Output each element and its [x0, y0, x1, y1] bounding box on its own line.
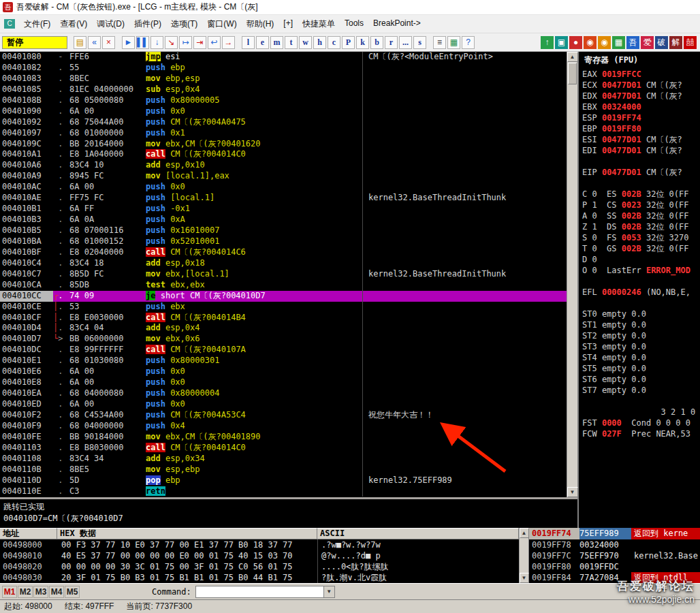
close-button[interactable]: ×	[102, 36, 115, 49]
letter-button-P[interactable]: P	[342, 36, 355, 49]
disasm-row[interactable]: 004010B5 .68 07000116push 0x16010007	[0, 225, 567, 236]
stack-row[interactable]: 0019FF8477A27084返回到 ntdll	[529, 572, 700, 583]
52pojie-button-4[interactable]: 解	[669, 36, 682, 49]
scroll-up-icon[interactable]: ▲	[520, 528, 529, 538]
restart-button[interactable]: «	[88, 36, 101, 49]
dump-row[interactable]: 0049801040 E5 37 77 00 00 00 00 E0 00 01…	[0, 550, 519, 561]
mascot-button[interactable]: 囍	[684, 36, 697, 49]
dump-header-hex[interactable]: HEX 数据	[57, 528, 317, 539]
open-file-button[interactable]: ▤	[74, 36, 86, 49]
menu-item-3[interactable]: 调试(D)	[92, 16, 129, 33]
step-over-button[interactable]: ↘	[165, 36, 178, 49]
menu-item-2[interactable]: 查看(V)	[55, 16, 92, 33]
menu-item-4[interactable]: 插件(P)	[129, 16, 166, 33]
register-line[interactable]: EBX 00324000	[579, 101, 700, 112]
disasm-row[interactable]: 004010EA .68 04000080push 0x80000004	[0, 388, 567, 399]
scroll-down-icon[interactable]: ▼	[567, 487, 578, 497]
register-line[interactable]	[579, 178, 700, 189]
letter-button-w[interactable]: w	[299, 36, 312, 49]
disasm-row[interactable]: 004010AC .6A 00push 0x0	[0, 182, 567, 193]
52pojie-button-1[interactable]: 吾	[626, 36, 639, 49]
dump-header-address[interactable]: 地址	[0, 528, 57, 539]
dump-row[interactable]: 0049802000 00 00 00 30 3C 01 75 00 3F 01…	[0, 561, 519, 572]
register-line[interactable]: ST1 empty 0.0	[579, 319, 700, 330]
register-line[interactable]: EAX 0019FFCC	[579, 69, 700, 80]
disasm-row[interactable]: 004010CE│.53push ebx	[0, 302, 567, 313]
dump-row[interactable]: 0049800000 F3 37 77 10 E0 37 77 00 E1 37…	[0, 539, 519, 550]
register-line[interactable]: S 0 FS 0053 32位 3270	[579, 232, 700, 243]
letter-button-b[interactable]: b	[370, 36, 383, 49]
scroll-up-icon[interactable]: ▲	[567, 52, 578, 62]
letter-button-k[interactable]: k	[356, 36, 369, 49]
command-input[interactable]	[196, 586, 323, 597]
menu-item-9[interactable]: 快捷菜单	[298, 16, 340, 33]
plugin-button-5[interactable]: ▦	[612, 36, 625, 49]
register-line[interactable]: O 0 LastErr ERROR_MOD	[579, 265, 700, 276]
disasm-row[interactable]: 004010E6 .6A 00push 0x0	[0, 366, 567, 377]
52pojie-button-2[interactable]: 爱	[641, 36, 654, 49]
register-line[interactable]	[579, 396, 700, 407]
letter-button-l[interactable]: l	[242, 36, 255, 49]
plugin-button-2[interactable]: ●	[569, 36, 582, 49]
update-button[interactable]: ↑	[541, 36, 554, 49]
disasm-row[interactable]: 00401092 .68 75044A00push CM〔(灰?004A0475	[0, 117, 567, 128]
disasm-row[interactable]: 00401085 .81EC 04000000sub esp,0x4	[0, 84, 567, 95]
dump-header-ascii[interactable]: ASCII	[317, 528, 519, 539]
disasm-row[interactable]: 004010DC .E8 99FFFFFFcall CM〔(灰?0040107A	[0, 345, 567, 356]
letter-button-r[interactable]: r	[385, 36, 398, 49]
disasm-row[interactable]: 004010CC┌.74 09je short CM〔(灰?004010D7	[0, 291, 567, 302]
52pojie-button-3[interactable]: 破	[655, 36, 668, 49]
disasm-row[interactable]: 004010D7└>BB 06000000mov ebx,0x6	[0, 334, 567, 345]
register-line[interactable]: ST3 empty 0.0	[579, 341, 700, 352]
command-tab-m3[interactable]: M3	[33, 586, 48, 598]
menu-item-10[interactable]: Tools	[340, 16, 368, 33]
register-line[interactable]	[579, 156, 700, 167]
menu-item-7[interactable]: 帮助(H)	[242, 16, 279, 33]
disasm-row[interactable]: 0040108B .68 05000080push 0x80000005	[0, 95, 567, 106]
register-line[interactable]: ST2 empty 0.0	[579, 330, 700, 341]
scroll-down-icon[interactable]: ▼	[520, 573, 529, 583]
register-line[interactable]: ST7 empty 0.0	[579, 385, 700, 396]
register-line[interactable]	[579, 276, 700, 287]
disasm-row[interactable]: 00401082 .55push ebp	[0, 63, 567, 74]
register-line[interactable]: FST 0000 Cond 0 0 0 0	[579, 418, 700, 428]
disasm-row[interactable]: 004010E8 .6A 00push 0x0	[0, 377, 567, 388]
command-tab-m5[interactable]: M5	[65, 586, 80, 598]
trace-into-button[interactable]: ↦	[179, 36, 192, 49]
letter-button-e[interactable]: e	[256, 36, 269, 49]
disasm-row[interactable]: 004010B1 .6A FFpush -0x1	[0, 204, 567, 215]
disasm-row[interactable]: 004010F2 .68 C4534A00push CM〔(灰?004A53C4…	[0, 410, 567, 421]
menu-item-5[interactable]: 选项(T)	[166, 16, 202, 33]
disasm-row[interactable]: 0040109C .BB 20164000mov ebx,CM〔(灰?00401…	[0, 139, 567, 150]
register-line[interactable]: ESP 0019FF74	[579, 112, 700, 123]
letter-button-s[interactable]: s	[413, 36, 426, 49]
stack-row[interactable]: 0019FF800019FFDC	[529, 561, 700, 572]
command-tab-m1[interactable]: M1	[2, 586, 17, 598]
disasm-row[interactable]: 004010E1 .68 01030080push 0x80000301	[0, 356, 567, 366]
plugin-button-3[interactable]: ◉	[584, 36, 596, 49]
plugin-button-4[interactable]: ◉	[598, 36, 611, 49]
disasm-row[interactable]: 00401080 -FFE6jmp esiCM〔(灰?<ModuleEntryP…	[0, 52, 567, 63]
child-window-icon[interactable]: C	[4, 19, 15, 29]
letter-button-c[interactable]: c	[328, 36, 340, 49]
scrollbar-thumb[interactable]	[568, 63, 577, 84]
disasm-row[interactable]: 004010BA .68 01000152push 0x52010001	[0, 236, 567, 247]
windows-button[interactable]: ▦	[447, 36, 460, 49]
register-line[interactable]: ECX 00477D01 CM〔(灰?	[579, 80, 700, 91]
disasm-row[interactable]: 004010CF│.E8 E0030000call CM〔(灰?004014B4	[0, 313, 567, 324]
register-line[interactable]: Z 1 DS 002B 32位 0(FF	[579, 221, 700, 232]
command-combobox[interactable]: ▼	[195, 586, 335, 598]
disasm-row[interactable]: 0040110B .8BE5mov esp,ebp	[0, 465, 567, 475]
disasm-row[interactable]: 004010AE .FF75 FCpush [local.1]kernel32.…	[0, 193, 567, 204]
disasm-row[interactable]: 00401090 .6A 00push 0x0	[0, 106, 567, 117]
stack-row[interactable]: 0019FF7475EFF989返回到 kerne	[529, 528, 700, 539]
disasm-row[interactable]: 00401103 .E8 B8030000call CM〔(灰?004014C0	[0, 443, 567, 454]
command-tab-m4[interactable]: M4	[49, 586, 64, 598]
disasm-row[interactable]: 0040110E .C3retn	[0, 486, 567, 497]
register-line[interactable]: EDI 00477D01 CM〔(灰?	[579, 145, 700, 156]
help-button[interactable]: ?	[462, 36, 475, 49]
register-line[interactable]: C 0 ES 002B 32位 0(FF	[579, 189, 700, 200]
dump-scrollbar[interactable]: ▲ ▼	[519, 528, 528, 583]
register-line[interactable]: EIP 00477D01 CM〔(灰?	[579, 167, 700, 178]
stack-row[interactable]: 0019FF7C75EFF970kernel32.Base	[529, 550, 700, 561]
